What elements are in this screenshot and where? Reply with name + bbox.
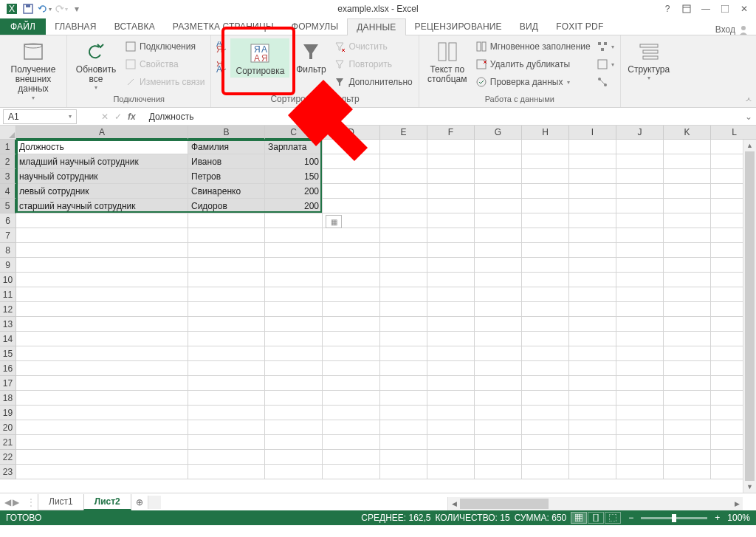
row-header[interactable]: 8 (0, 243, 16, 258)
cell[interactable] (616, 450, 664, 465)
cell[interactable] (16, 332, 188, 346)
column-header[interactable]: D (323, 126, 380, 140)
cell[interactable] (522, 154, 569, 169)
cell[interactable] (522, 169, 569, 184)
cell[interactable] (569, 376, 616, 391)
cell[interactable] (265, 450, 323, 465)
cell[interactable] (616, 465, 664, 479)
row-header[interactable]: 6 (0, 213, 16, 228)
new-sheet-button[interactable]: ⊕ (131, 497, 148, 507)
cell[interactable] (323, 391, 380, 406)
view-mode-buttons[interactable] (571, 512, 621, 524)
relationships-button[interactable] (595, 74, 616, 90)
zoom-slider[interactable] (641, 517, 707, 519)
cell[interactable] (188, 465, 265, 479)
cell[interactable] (16, 228, 188, 243)
ribbon-display-icon[interactable] (678, 1, 695, 16)
cell[interactable]: 200 (265, 184, 323, 199)
cell[interactable] (380, 213, 427, 228)
cell[interactable]: Фамилия (188, 140, 265, 154)
column-header[interactable]: I (569, 126, 616, 140)
undo-icon[interactable]: ▾ (37, 1, 52, 16)
cell[interactable]: Иванов (188, 154, 265, 169)
data-validation-button[interactable]: Проверка данных▾ (474, 74, 592, 90)
cell[interactable] (265, 435, 323, 450)
cell[interactable] (265, 287, 323, 302)
column-header[interactable]: J (616, 126, 664, 140)
enter-formula-icon[interactable]: ✓ (114, 112, 122, 122)
cell[interactable] (616, 435, 664, 450)
cell[interactable] (475, 332, 522, 346)
row-header[interactable]: 19 (0, 406, 16, 420)
cell[interactable] (664, 450, 711, 465)
cell[interactable] (569, 332, 616, 346)
cell[interactable] (475, 154, 522, 169)
cell[interactable] (427, 184, 475, 199)
column-header[interactable]: K (664, 126, 711, 140)
row-header[interactable]: 1 (0, 140, 16, 154)
cell[interactable] (16, 317, 188, 332)
cell[interactable] (427, 406, 475, 420)
cell[interactable] (664, 228, 711, 243)
cell[interactable] (569, 287, 616, 302)
cell[interactable] (427, 169, 475, 184)
column-header[interactable]: C (265, 126, 323, 140)
select-all-button[interactable] (0, 126, 16, 140)
cell[interactable] (427, 376, 475, 391)
cell[interactable] (188, 346, 265, 361)
row-header[interactable]: 14 (0, 332, 16, 346)
cell[interactable] (380, 406, 427, 420)
cell[interactable] (664, 361, 711, 376)
cell[interactable] (380, 391, 427, 406)
cell[interactable] (616, 184, 664, 199)
cell[interactable] (475, 169, 522, 184)
cell[interactable] (569, 450, 616, 465)
cell[interactable] (475, 302, 522, 317)
cell[interactable] (616, 140, 664, 154)
cell[interactable] (323, 169, 380, 184)
cell[interactable] (380, 317, 427, 332)
cell[interactable] (616, 361, 664, 376)
cell[interactable] (188, 420, 265, 435)
cell[interactable] (664, 346, 711, 361)
cell[interactable] (323, 317, 380, 332)
cell[interactable] (427, 302, 475, 317)
cell[interactable] (475, 346, 522, 361)
cell[interactable] (475, 228, 522, 243)
tab-foxit pdf[interactable]: FOXIT PDF (547, 18, 612, 35)
cell[interactable] (664, 273, 711, 287)
cell[interactable] (427, 228, 475, 243)
cell[interactable] (188, 213, 265, 228)
clear-filter-button[interactable]: Очистить (332, 38, 413, 55)
cell[interactable] (265, 465, 323, 479)
cell[interactable] (569, 169, 616, 184)
cell[interactable] (616, 332, 664, 346)
cell[interactable] (616, 199, 664, 213)
cell[interactable] (522, 184, 569, 199)
sign-in[interactable]: Вход (715, 24, 756, 35)
column-header[interactable]: B (188, 126, 265, 140)
cell[interactable] (569, 420, 616, 435)
cell[interactable]: 150 (265, 169, 323, 184)
cell[interactable] (664, 243, 711, 258)
cell[interactable] (616, 169, 664, 184)
row-header[interactable]: 10 (0, 273, 16, 287)
cell[interactable] (380, 302, 427, 317)
whatif-button[interactable]: ▾ (595, 56, 616, 72)
cell[interactable] (188, 435, 265, 450)
cell[interactable] (664, 302, 711, 317)
row-header[interactable]: 20 (0, 420, 16, 435)
cell[interactable] (16, 465, 188, 479)
cell[interactable] (664, 287, 711, 302)
cell[interactable] (522, 199, 569, 213)
cell[interactable] (188, 273, 265, 287)
cell[interactable] (16, 273, 188, 287)
cell[interactable] (323, 406, 380, 420)
cell[interactable] (475, 376, 522, 391)
sheet-next-icon[interactable]: ▶ (13, 497, 19, 507)
cell[interactable] (380, 154, 427, 169)
cell[interactable] (323, 154, 380, 169)
cell[interactable] (380, 258, 427, 273)
cell[interactable] (265, 243, 323, 258)
cell[interactable] (380, 450, 427, 465)
